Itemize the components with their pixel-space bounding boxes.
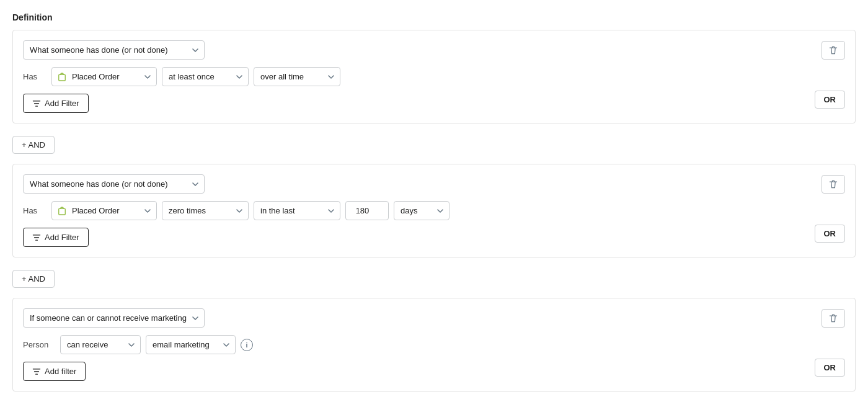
trash-icon-2 — [828, 179, 838, 189]
condition-2-days-select[interactable]: days weeks months — [394, 201, 450, 220]
person-label-3: Person — [23, 340, 55, 349]
has-label-1: Has — [23, 72, 46, 81]
condition-1-delete-button[interactable] — [822, 41, 845, 60]
condition-2-container: What someone has done (or not done) Prop… — [12, 164, 856, 257]
add-filter-label-2: Add Filter — [45, 233, 79, 242]
condition-3-container: If someone can or cannot receive marketi… — [12, 298, 856, 391]
condition-2-top-row: What someone has done (or not done) Prop… — [23, 174, 845, 194]
definition-title: Definition — [12, 12, 856, 22]
condition-1-container: What someone has done (or not done) Prop… — [12, 30, 856, 123]
condition-2-or-button[interactable]: OR — [815, 225, 846, 243]
condition-2-frequency-select[interactable]: zero times at least once exactly at most — [162, 201, 249, 220]
condition-2-timerange-select[interactable]: in the last over all time before after b… — [254, 201, 340, 220]
condition-1-filters-row: Has Placed Order Viewed Product Added to… — [23, 67, 845, 86]
condition-2-filters-row: Has Placed Order Viewed Product Added to… — [23, 201, 845, 220]
trash-icon — [828, 45, 838, 55]
trash-icon-3 — [828, 313, 838, 323]
info-icon-label: i — [246, 341, 247, 349]
condition-3-or-button[interactable]: OR — [815, 359, 846, 377]
filter-icon-3 — [32, 367, 41, 376]
add-filter-label-1: Add Filter — [45, 99, 79, 108]
condition-1-event-select[interactable]: Placed Order Viewed Product Added to Car… — [51, 67, 157, 86]
condition-1-timerange-select[interactable]: over all time in the last before after b… — [254, 67, 340, 86]
condition-1-or-button[interactable]: OR — [815, 91, 846, 109]
condition-2-number-input[interactable] — [345, 201, 389, 220]
condition-block-2: What someone has done (or not done) Prop… — [12, 164, 856, 257]
condition-3-top-row: If someone can or cannot receive marketi… — [23, 308, 845, 328]
condition-2-delete-button[interactable] — [822, 175, 845, 194]
condition-3-footer: Add filter OR — [23, 354, 845, 381]
condition-2-add-filter-button[interactable]: Add Filter — [23, 228, 89, 247]
and-button-1[interactable]: + AND — [12, 136, 55, 154]
condition-2-footer: Add Filter OR — [23, 220, 845, 247]
info-icon-3[interactable]: i — [241, 339, 253, 351]
filter-icon-2 — [32, 233, 41, 242]
condition-3-add-filter-button[interactable]: Add filter — [23, 362, 86, 381]
condition-3-main-select[interactable]: If someone can or cannot receive marketi… — [23, 308, 205, 328]
filter-icon-1 — [32, 99, 41, 108]
and-connector-1: + AND — [12, 126, 856, 164]
condition-2-event-select[interactable]: Placed Order Viewed Product Added to Car… — [51, 201, 157, 220]
has-label-2: Has — [23, 206, 46, 215]
and-button-2[interactable]: + AND — [12, 270, 55, 288]
condition-3-receive-select[interactable]: can receive cannot receive — [60, 335, 141, 354]
event-select-wrapper-1: Placed Order Viewed Product Added to Car… — [51, 67, 157, 86]
condition-1-top-row: What someone has done (or not done) Prop… — [23, 40, 845, 60]
condition-block-3: If someone can or cannot receive marketi… — [12, 298, 856, 391]
condition-1-main-select[interactable]: What someone has done (or not done) Prop… — [23, 40, 205, 60]
and-connector-2: + AND — [12, 260, 856, 298]
condition-3-filters-row: Person can receive cannot receive email … — [23, 335, 845, 354]
condition-1-footer: Add Filter OR — [23, 86, 845, 113]
add-filter-label-3: Add filter — [45, 367, 76, 376]
condition-1-add-filter-button[interactable]: Add Filter — [23, 94, 89, 113]
condition-2-main-select[interactable]: What someone has done (or not done) Prop… — [23, 174, 205, 194]
condition-1-frequency-select[interactable]: at least once zero times exactly at most — [162, 67, 249, 86]
condition-3-delete-button[interactable] — [822, 309, 845, 328]
condition-3-marketing-type-select[interactable]: email marketing SMS marketing — [146, 335, 236, 354]
condition-block-1: Definition What someone has done (or not… — [12, 12, 856, 123]
event-select-wrapper-2: Placed Order Viewed Product Added to Car… — [51, 201, 157, 220]
